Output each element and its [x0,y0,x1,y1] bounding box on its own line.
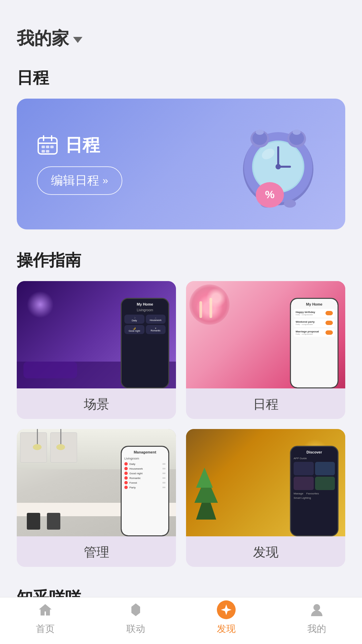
discover-image: Discover APP Guide Manage Favourites Sma… [186,429,345,536]
svg-point-20 [284,200,296,208]
svg-text:%: % [265,189,275,201]
calendar-icon [37,135,58,156]
guide-card-discover[interactable]: Discover APP Guide Manage Favourites Sma… [186,429,345,567]
schedule-section: 日程 日程 编辑日程 » [0,57,362,233]
linkage-nav-icon [126,600,146,620]
svg-rect-5 [46,146,49,148]
schedule-section-title: 日程 [17,67,345,89]
schedule-image: My Home Happy birthday Daily · congratul… [186,281,345,388]
discover-label: 发现 [186,536,345,567]
schedule-banner: 日程 编辑日程 » [17,99,345,229]
discover-nav-label: 发现 [217,623,236,635]
guide-card-schedule[interactable]: My Home Happy birthday Daily · congratul… [186,281,345,419]
svg-point-18 [293,129,301,135]
bottom-nav: 首页 联动 发现 我的 [0,597,362,644]
manage-image: Management Livingroom Daily ≡≡ Housework… [17,429,176,536]
scene-phone-mockup: My Home Livingroom ☽ Daily ⌂ Housework [121,298,169,388]
profile-nav-icon [307,600,327,620]
svg-rect-7 [42,150,45,153]
nav-item-discover[interactable]: 发现 [181,600,272,635]
guide-card-manage[interactable]: Management Livingroom Daily ≡≡ Housework… [17,429,176,567]
schedule-banner-label: 日程 [65,133,100,157]
nav-item-linkage[interactable]: 联动 [90,600,181,635]
nav-item-profile[interactable]: 我的 [272,600,362,635]
home-nav-icon [35,600,55,620]
svg-point-23 [276,164,281,169]
home-title-row[interactable]: 我的家 [17,27,345,50]
profile-nav-label: 我的 [307,623,326,635]
linkage-nav-label: 联动 [126,623,145,635]
svg-point-28 [313,604,320,611]
schedule-label-row: 日程 [37,133,122,157]
schedule-banner-left: 日程 编辑日程 » [37,133,122,195]
edit-schedule-button[interactable]: 编辑日程 » [37,166,122,195]
guide-grid: My Home Livingroom ☽ Daily ⌂ Housework [17,281,345,567]
discover-nav-icon [216,600,236,620]
manage-label: 管理 [17,536,176,567]
discover-phone-mockup: Discover APP Guide Manage Favourites Sma… [290,446,339,536]
manage-phone-mockup: Management Livingroom Daily ≡≡ Housework… [121,446,169,536]
chevron-down-icon[interactable] [73,37,82,43]
scene-image: My Home Livingroom ☽ Daily ⌂ Housework [17,281,176,388]
home-nav-label: 首页 [36,623,55,635]
guide-section: 操作指南 My Home Livingroom [0,239,362,570]
header: 我的家 [0,0,362,57]
svg-rect-4 [42,146,45,148]
home-title: 我的家 [17,27,69,50]
svg-rect-8 [46,150,49,153]
arrows-icon: » [103,175,108,186]
svg-rect-6 [50,146,54,148]
scene-label: 场景 [17,388,176,419]
schedule-label: 日程 [186,388,345,419]
guide-card-scene[interactable]: My Home Livingroom ☽ Daily ⌂ Housework [17,281,176,419]
schedule-phone-mockup: My Home Happy birthday Daily · congratul… [290,298,339,388]
guide-section-title: 操作指南 [17,250,345,271]
svg-point-17 [256,129,264,135]
clock-illustration: % [231,117,325,211]
nav-item-home[interactable]: 首页 [0,600,90,635]
